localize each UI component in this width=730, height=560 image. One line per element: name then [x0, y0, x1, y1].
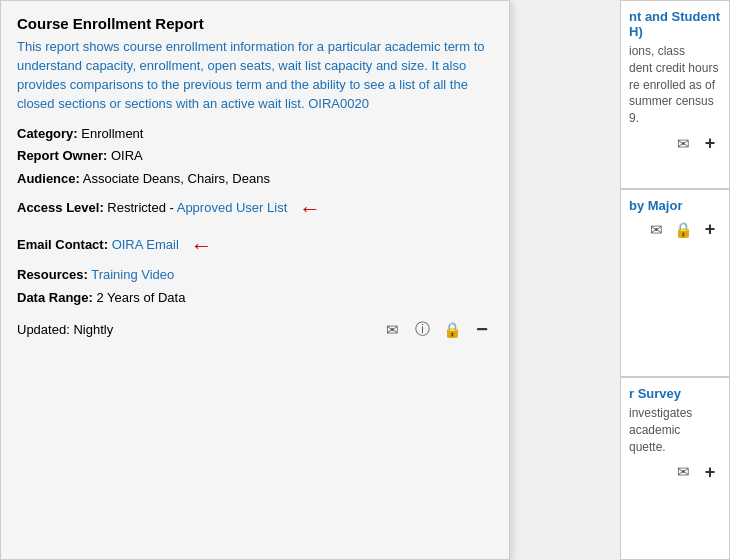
email-row: Email Contact: OIRA Email ← [17, 227, 493, 264]
owner-value: OIRA [111, 148, 143, 163]
access-arrow: ← [299, 190, 321, 227]
lock-icon[interactable]: 🔒 [672, 219, 694, 241]
data-range-label: Data Range: [17, 290, 93, 305]
popup-description: This report shows course enrollment info… [17, 38, 493, 113]
data-range-value: 2 Years of Data [96, 290, 185, 305]
popup-footer-icons: ✉ ⓘ 🔒 − [381, 319, 493, 341]
updated-value: Nightly [73, 322, 113, 337]
audience-value: Associate Deans, Chairs, Deans [83, 171, 270, 186]
plus-button[interactable]: + [699, 219, 721, 241]
popup-meta: Category: Enrollment Report Owner: OIRA … [17, 123, 493, 308]
lock-icon[interactable]: 🔒 [441, 319, 463, 341]
info-icon[interactable]: ⓘ [411, 319, 433, 341]
plus-button[interactable]: + [699, 133, 721, 155]
category-label: Category: [17, 126, 78, 141]
email-label: Email Contact: [17, 237, 108, 252]
card-col2-row1-title[interactable]: nt and Student H) [629, 9, 721, 39]
resources-link[interactable]: Training Video [91, 267, 174, 282]
audience-label: Audience: [17, 171, 80, 186]
popup-card: Course Enrollment Report This report sho… [0, 0, 510, 560]
owner-label: Report Owner: [17, 148, 107, 163]
card-col2-row3-title[interactable]: r Survey [629, 386, 721, 401]
owner-row: Report Owner: OIRA [17, 145, 493, 167]
resources-row: Resources: Training Video [17, 264, 493, 286]
updated-row: Updated: Nightly [17, 322, 113, 337]
plus-button[interactable]: + [699, 461, 721, 483]
card-col2-row2-title[interactable]: by Major [629, 198, 721, 213]
access-row: Access Level: Restricted - Approved User… [17, 190, 493, 227]
audience-row: Audience: Associate Deans, Chairs, Deans [17, 168, 493, 190]
card-col2-row2: by Major ✉ 🔒 + [620, 189, 730, 378]
popup-title: Course Enrollment Report [17, 15, 493, 32]
category-value: Enrollment [81, 126, 143, 141]
access-link[interactable]: Approved User List [177, 200, 288, 215]
access-prefix: Restricted - [107, 200, 176, 215]
right-grid: nt and Student H) ions, classdent credit… [510, 0, 730, 560]
card-col2-row3: r Survey investigatesacademicquette. ✉ + [620, 377, 730, 560]
access-label: Access Level: [17, 200, 104, 215]
envelope-icon[interactable]: ✉ [672, 133, 694, 155]
category-row: Category: Enrollment [17, 123, 493, 145]
envelope-icon[interactable]: ✉ [672, 461, 694, 483]
card-col2-row1: nt and Student H) ions, classdent credit… [620, 0, 730, 189]
email-link[interactable]: OIRA Email [112, 237, 179, 252]
card-col2-row2-footer: ✉ 🔒 + [629, 219, 721, 241]
envelope-icon[interactable]: ✉ [381, 319, 403, 341]
card-col2-row3-body: investigatesacademicquette. [629, 405, 721, 455]
updated-label: Updated: [17, 322, 70, 337]
minus-button[interactable]: − [471, 319, 493, 341]
card-col2-row1-footer: ✉ + [629, 133, 721, 155]
card-col2-row3-footer: ✉ + [629, 461, 721, 483]
card-col2-row1-body: ions, classdent credit hoursre enrolled … [629, 43, 721, 127]
resources-label: Resources: [17, 267, 88, 282]
email-arrow: ← [190, 227, 212, 264]
envelope-icon[interactable]: ✉ [645, 219, 667, 241]
popup-footer: Updated: Nightly ✉ ⓘ 🔒 − [17, 319, 493, 341]
data-range-row: Data Range: 2 Years of Data [17, 287, 493, 309]
